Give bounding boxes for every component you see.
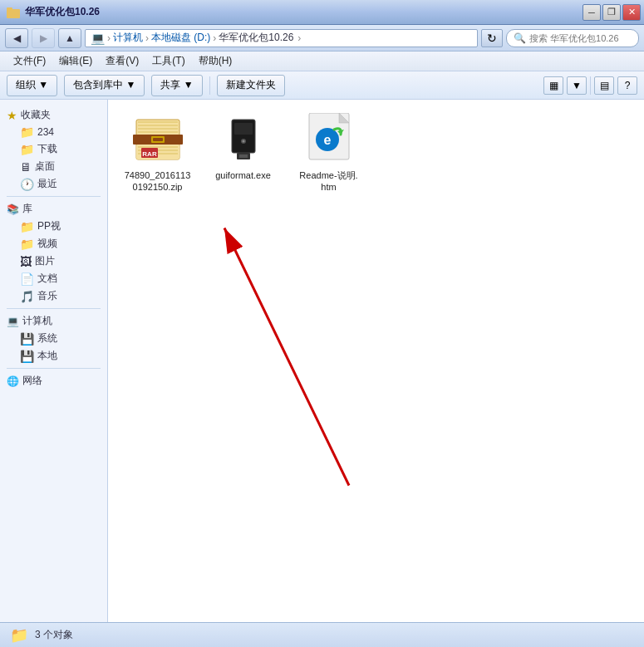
new-folder-label: 新建文件夹 [226, 78, 276, 92]
nav-item-video-label: 视频 [37, 237, 57, 251]
nav-item-local[interactable]: 💾 本地 [0, 347, 107, 365]
nav-item-pp[interactable]: 📁 PP视 [0, 218, 107, 235]
menu-file[interactable]: 文件(F) [7, 52, 52, 70]
organize-button[interactable]: 组织 ▼ [7, 75, 57, 96]
back-button[interactable]: ◀ [5, 28, 28, 48]
svg-point-23 [242, 140, 244, 143]
breadcrumb-sep-1: › [107, 32, 111, 44]
nav-item-recent-label: 最近 [37, 177, 57, 191]
nav-item-234-label: 234 [37, 126, 54, 138]
minimize-button[interactable]: ─ [583, 4, 601, 21]
svg-rect-10 [153, 138, 163, 141]
pictures-icon: 🖼 [20, 255, 32, 268]
folder-icon-234: 📁 [20, 125, 34, 139]
computer-nav-icon: 💻 [7, 316, 19, 327]
svg-rect-1 [7, 7, 12, 11]
desktop-icon: 🖥 [20, 160, 32, 174]
nav-item-system[interactable]: 💾 系统 [0, 330, 107, 347]
toolbar-divider-2 [590, 76, 591, 95]
svg-line-32 [224, 228, 349, 486]
menu-edit[interactable]: 编辑(E) [52, 52, 99, 70]
nav-item-local-label: 本地 [37, 349, 57, 363]
svg-text:e: e [323, 133, 331, 147]
up-button[interactable]: ▲ [58, 28, 81, 48]
file-area: RAR 74890_20161130192150.zip [108, 100, 644, 622]
nav-item-pictures[interactable]: 🖼 图片 [0, 252, 107, 270]
zip-icon-img: RAR [131, 113, 184, 166]
restore-button[interactable]: ❐ [602, 4, 621, 21]
svg-rect-4 [138, 121, 178, 123]
include-library-button[interactable]: 包含到库中 ▼ [64, 75, 145, 96]
file-item-zip[interactable]: RAR 74890_20161130192150.zip [118, 110, 197, 197]
help-button[interactable]: ? [617, 76, 637, 95]
main-area: ★ 收藏夹 📁 234 📁 下载 🖥 桌面 🕐 最近 [0, 100, 644, 622]
nav-item-234[interactable]: 📁 234 [0, 124, 107, 140]
breadcrumb-sep-3: › [213, 32, 216, 44]
title-bar-title: 华军优化包10.26 [25, 5, 100, 19]
breadcrumb-current: 华军优化包10.26 [219, 31, 293, 45]
nav-computer-header[interactable]: 💻 计算机 [0, 312, 107, 330]
nav-item-recent[interactable]: 🕐 最近 [0, 175, 107, 193]
refresh-button[interactable]: ↻ [481, 29, 503, 47]
library-icon: 📚 [7, 203, 19, 215]
new-folder-button[interactable]: 新建文件夹 [217, 75, 285, 96]
nav-section-network: 🌐 网络 [0, 372, 107, 390]
exe-icon-img [217, 113, 270, 166]
status-folder-icon: 📁 [10, 626, 28, 645]
computer-nav-label: 计算机 [22, 314, 52, 328]
folder-icon-video: 📁 [20, 238, 34, 251]
htm-icon-img: e [302, 113, 356, 166]
file-item-exe[interactable]: guiformat.exe [204, 110, 283, 197]
nav-library-header[interactable]: 📚 库 [0, 200, 107, 218]
nav-item-music[interactable]: 🎵 音乐 [0, 287, 107, 305]
toolbar: 组织 ▼ 包含到库中 ▼ 共享 ▼ 新建文件夹 ▦ ▼ ▤ ? [0, 71, 644, 100]
network-label: 网络 [22, 374, 42, 388]
title-bar-folder-icon [7, 6, 20, 19]
nav-item-system-label: 系统 [37, 331, 57, 346]
nav-item-desktop[interactable]: 🖥 桌面 [0, 158, 107, 175]
search-icon: 🔍 [514, 32, 526, 44]
view-details-button[interactable]: ▼ [567, 76, 587, 95]
favorites-star-icon: ★ [7, 109, 17, 122]
view-mode-button[interactable]: ▦ [543, 76, 563, 95]
forward-button[interactable]: ▶ [32, 28, 55, 48]
svg-rect-19 [234, 123, 253, 135]
folder-icon-download: 📁 [20, 143, 34, 156]
search-bar[interactable]: 🔍 [506, 29, 639, 47]
include-label: 包含到库中 ▼ [73, 78, 135, 92]
svg-rect-5 [138, 125, 178, 126]
breadcrumb-trail-arrow: › [297, 32, 301, 44]
file-item-htm[interactable]: e Readme-说明.htm [289, 110, 368, 197]
breadcrumb-sep-2: › [145, 32, 149, 44]
close-button[interactable]: ✕ [622, 4, 641, 21]
nav-network-header[interactable]: 🌐 网络 [0, 372, 107, 390]
search-input[interactable] [529, 33, 632, 43]
status-count: 3 个对象 [35, 628, 73, 642]
nav-item-pp-label: PP视 [37, 219, 61, 233]
nav-item-download[interactable]: 📁 下载 [0, 140, 107, 158]
breadcrumb-drive[interactable]: 本地磁盘 (D:) [151, 31, 210, 45]
share-button[interactable]: 共享 ▼ [151, 75, 202, 96]
nav-section-library: 📚 库 📁 PP视 📁 视频 🖼 图片 📄 文档 🎵 音乐 [0, 200, 107, 305]
nav-section-computer: 💻 计算机 💾 系统 💾 本地 [0, 312, 107, 365]
share-label: 共享 ▼ [160, 78, 193, 92]
nav-item-download-label: 下载 [37, 142, 57, 156]
local-drive-icon: 💾 [20, 350, 34, 363]
nav-pane: ★ 收藏夹 📁 234 📁 下载 🖥 桌面 🕐 最近 [0, 100, 108, 622]
nav-favorites-header[interactable]: ★ 收藏夹 [0, 106, 107, 124]
folder-icon-pp: 📁 [20, 220, 34, 233]
nav-item-pictures-label: 图片 [35, 254, 55, 268]
breadcrumb-computer[interactable]: 计算机 [113, 31, 143, 45]
nav-item-documents[interactable]: 📄 文档 [0, 270, 107, 287]
pane-toggle-button[interactable]: ▤ [594, 76, 614, 95]
toolbar-right: ▦ ▼ ▤ ? [543, 76, 637, 95]
nav-item-video[interactable]: 📁 视频 [0, 235, 107, 252]
svg-rect-12 [138, 146, 178, 148]
svg-rect-7 [138, 131, 178, 133]
menu-view[interactable]: 查看(V) [99, 52, 145, 70]
svg-rect-21 [239, 154, 248, 158]
menu-tools[interactable]: 工具(T) [145, 52, 191, 70]
menu-help[interactable]: 帮助(H) [192, 52, 239, 70]
address-bar: ◀ ▶ ▲ 💻 › 计算机 › 本地磁盘 (D:) › 华军优化包10.26 ›… [0, 25, 644, 51]
nav-section-favorites: ★ 收藏夹 📁 234 📁 下载 🖥 桌面 🕐 最近 [0, 106, 107, 193]
